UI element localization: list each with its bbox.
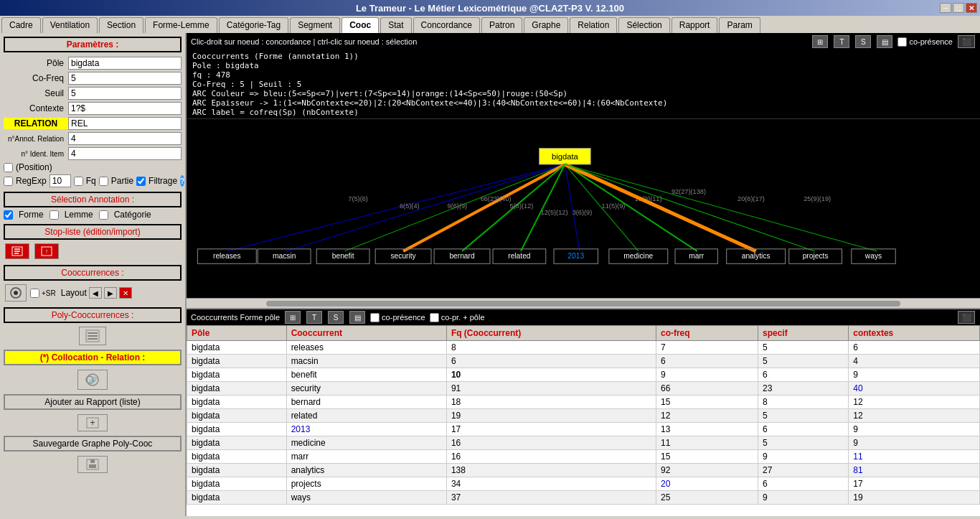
table-header: Cooccurrents Forme pôle ⊞ T S ▤ co-prése… bbox=[187, 309, 980, 325]
td-pole: bigdata bbox=[187, 477, 287, 491]
collocation-button[interactable]: (*) Collocation - Relation : bbox=[4, 350, 182, 365]
copresence-checkbox[interactable] bbox=[897, 37, 907, 47]
menu-tab-concordance[interactable]: Concordance bbox=[413, 17, 480, 33]
td-fq: 6 bbox=[446, 355, 656, 368]
graph-toolbar-s[interactable]: S bbox=[855, 35, 871, 48]
stopliste-import-button[interactable]: ↑ bbox=[34, 243, 59, 259]
table-row[interactable]: bigdataways3725919 bbox=[187, 491, 980, 505]
cofreq-input[interactable] bbox=[68, 72, 182, 85]
stopliste-edit-button[interactable] bbox=[5, 243, 29, 259]
table-row[interactable]: bigdataprojects3420617 bbox=[187, 477, 980, 491]
cooccurrents-table: Pôle Cooccurrent Fq (Cooccurrent) co-fre… bbox=[187, 325, 980, 505]
pole-label: Pôle bbox=[4, 58, 68, 68]
menu-tab-param[interactable]: Param bbox=[719, 17, 760, 33]
graph-toolbar-grid[interactable]: ⊞ bbox=[812, 35, 828, 48]
contexte-input[interactable] bbox=[68, 102, 182, 115]
menu-tab-stat[interactable]: Stat bbox=[380, 17, 411, 33]
table-row[interactable]: bigdatasecurity91662340 bbox=[187, 382, 980, 396]
table-copresence-pole-label: co-pr. + pôle bbox=[430, 313, 485, 322]
regexp-value-input[interactable] bbox=[50, 174, 71, 187]
collocation-run-button[interactable]: 🔗 bbox=[77, 370, 108, 390]
td-specif: 6 bbox=[758, 368, 849, 382]
layout-stop-button[interactable]: ✕ bbox=[119, 287, 132, 299]
graph-header: Clic-droit sur noeud : concordance | ctr… bbox=[187, 33, 980, 50]
table-copresence-checkbox[interactable] bbox=[370, 313, 380, 322]
layout-prev-button[interactable]: ◀ bbox=[89, 287, 102, 299]
regexp-checkbox[interactable] bbox=[4, 177, 13, 186]
td-contextes: 9 bbox=[849, 436, 980, 450]
table-row[interactable]: bigdatabernard1815812 bbox=[187, 396, 980, 409]
forme-checkbox[interactable] bbox=[4, 210, 13, 220]
menu-tab-rapport[interactable]: Rapport bbox=[672, 17, 718, 33]
table-row[interactable]: bigdatabenefit10969 bbox=[187, 368, 980, 382]
partie-checkbox[interactable] bbox=[99, 177, 108, 186]
menu-tab-section[interactable]: Section bbox=[99, 17, 143, 33]
help-icon[interactable]: ? bbox=[180, 175, 184, 187]
main-content: Paramètres : Pôle Co-Freq Seuil Contexte… bbox=[0, 33, 980, 516]
lemme-checkbox[interactable] bbox=[50, 210, 59, 220]
restore-button[interactable]: □ bbox=[953, 3, 964, 13]
pole-input[interactable] bbox=[68, 57, 182, 70]
svg-text:↑: ↑ bbox=[45, 248, 49, 255]
table-row[interactable]: bigdatamacsin6654 bbox=[187, 355, 980, 368]
table-row[interactable]: bigdata2013171369 bbox=[187, 423, 980, 436]
cooc-run-button[interactable] bbox=[5, 284, 27, 301]
menu-tab-ventilation[interactable]: Ventilation bbox=[42, 17, 98, 33]
position-checkbox[interactable] bbox=[4, 163, 13, 172]
menu-tab-forme-lemme[interactable]: Forme-Lemme bbox=[145, 17, 217, 33]
menu-tab-selection[interactable]: Sélection bbox=[618, 17, 669, 33]
table-row[interactable]: bigdatamarr1615911 bbox=[187, 450, 980, 464]
graph-scrollbar-horizontal[interactable] bbox=[187, 298, 980, 308]
graph-toolbar-t[interactable]: T bbox=[834, 35, 849, 48]
table-export-button[interactable]: ⬛ bbox=[958, 311, 975, 324]
add-rapport-button[interactable]: + bbox=[77, 414, 108, 431]
ajouter-rapport-button[interactable]: Ajouter au Rapport (liste) bbox=[4, 394, 182, 410]
td-cooccurrent: medicine bbox=[286, 436, 446, 450]
table-grid-button[interactable]: ▤ bbox=[349, 311, 365, 324]
menu-tab-cadre[interactable]: Cadre bbox=[1, 17, 41, 33]
minimize-button[interactable]: ─ bbox=[940, 3, 951, 13]
menu-tab-cooc[interactable]: Cooc bbox=[341, 17, 379, 33]
td-specif: 6 bbox=[758, 477, 849, 491]
svg-rect-18 bbox=[89, 464, 96, 468]
table-row[interactable]: bigdataanalytics138922781 bbox=[187, 464, 980, 477]
arc-label-releases: 7(5)(6) bbox=[348, 195, 368, 202]
menu-tab-relation[interactable]: Relation bbox=[570, 17, 617, 33]
graph-info-text: Cooccurrents (Forme (annotation 1)) Pole… bbox=[187, 50, 980, 119]
poly-cooc-list-button[interactable] bbox=[79, 327, 106, 345]
td-cooccurrent: 2013 bbox=[286, 423, 446, 436]
arc-label-medicine: 11(5)(9) bbox=[602, 203, 626, 210]
menu-tab-categorie-tag[interactable]: Catégorie-Tag bbox=[219, 17, 288, 33]
table-copresence-pole-checkbox[interactable] bbox=[430, 313, 439, 322]
sauvegarde-button[interactable]: Sauvegarde Graphe Poly-Cooc bbox=[4, 436, 182, 452]
table-row[interactable]: bigdatamedicine161159 bbox=[187, 436, 980, 450]
node-analytics-label: analytics bbox=[742, 252, 771, 260]
node-macsin-label: macsin bbox=[273, 252, 296, 260]
close-button[interactable]: ✕ bbox=[966, 3, 977, 13]
menu-tab-patron[interactable]: Patron bbox=[481, 17, 522, 33]
td-specif: 6 bbox=[758, 423, 849, 436]
filtrage-checkbox[interactable] bbox=[136, 177, 146, 186]
table-row[interactable]: bigdatareleases8756 bbox=[187, 341, 980, 355]
table-row[interactable]: bigdatarelated1912512 bbox=[187, 409, 980, 423]
seuil-input[interactable] bbox=[68, 87, 182, 100]
table-t-button[interactable]: T bbox=[306, 311, 322, 324]
menu-tab-graphe[interactable]: Graphe bbox=[524, 17, 568, 33]
poly-cooc-buttons bbox=[4, 325, 182, 347]
annot-input[interactable] bbox=[68, 132, 182, 145]
sr-checkbox[interactable] bbox=[30, 289, 39, 298]
td-contextes: 17 bbox=[849, 477, 980, 491]
graph-toolbar-table[interactable]: ▤ bbox=[877, 35, 892, 48]
seuil-label: Seuil bbox=[4, 88, 68, 98]
relation-input[interactable] bbox=[68, 117, 182, 130]
save-graph-button[interactable] bbox=[77, 456, 108, 473]
table-s-button[interactable]: S bbox=[328, 311, 344, 324]
menu-tab-segment[interactable]: Segment bbox=[290, 17, 340, 33]
table-color-button[interactable]: ⊞ bbox=[285, 311, 301, 324]
params-title: Paramètres : bbox=[4, 37, 182, 52]
layout-next-button[interactable]: ▶ bbox=[104, 287, 117, 299]
ident-input[interactable] bbox=[68, 147, 182, 160]
categorie-checkbox[interactable] bbox=[99, 210, 108, 220]
fq-checkbox[interactable] bbox=[74, 177, 83, 186]
graph-export-button[interactable]: ⬛ bbox=[958, 35, 975, 48]
